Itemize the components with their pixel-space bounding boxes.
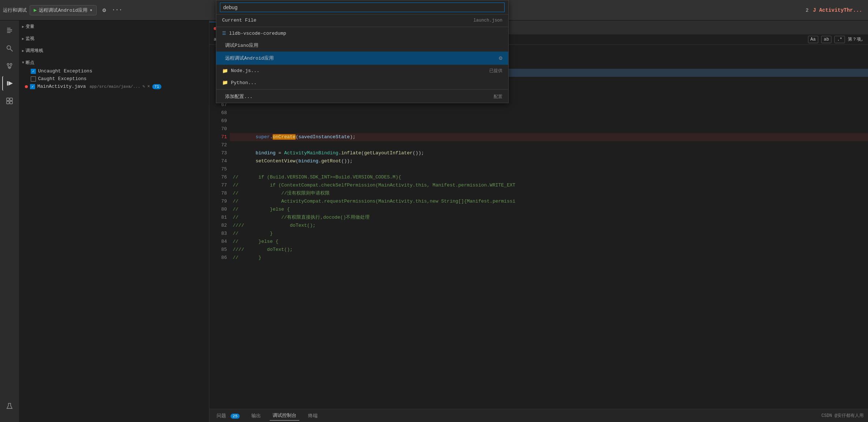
svg-rect-2 <box>7 31 12 31</box>
callstack-section: ▶ 调用堆栈 <box>19 45 209 57</box>
debug-search-input[interactable] <box>220 3 505 12</box>
activity-icon-flask[interactable] <box>2 399 17 413</box>
breakpoints-header[interactable]: ▼ 断点 <box>19 58 209 67</box>
line-number: 81 <box>209 214 227 222</box>
activity-bar <box>0 20 19 422</box>
code-line: // //没有权限则申请权限 <box>230 189 868 197</box>
callstack-label: 调用堆栈 <box>26 48 43 54</box>
svg-point-6 <box>7 64 9 65</box>
activity-icon-search[interactable] <box>2 41 17 56</box>
current-file-label: Current File <box>222 18 474 23</box>
caught-label: Caught Exceptions <box>38 76 87 82</box>
watch-header[interactable]: ▶ 监视 <box>19 34 209 43</box>
search-dropdown[interactable]: Current File launch.json ☰ lldb-vscode-c… <box>216 0 509 103</box>
close-icon[interactable]: × <box>147 84 150 89</box>
callstack-header[interactable]: ▶ 调用堆栈 <box>19 46 209 55</box>
collapse-icon: ▶ <box>22 25 24 29</box>
editor-tools: Aa ab .* 第？项, <box>808 36 864 43</box>
nodejs-label: Node.js... <box>231 68 489 74</box>
problems-badge: 25 <box>231 414 240 419</box>
line-number: 85 <box>209 246 227 254</box>
variables-label: 变量 <box>26 23 34 30</box>
tab-output[interactable]: 输出 <box>248 411 264 421</box>
code-line: // } <box>230 230 868 238</box>
line-number: 82 <box>209 222 227 230</box>
tab-terminal[interactable]: 终端 <box>305 411 321 421</box>
code-line <box>230 117 868 125</box>
add-right: 配置 <box>494 94 502 100</box>
dropdown-divider-1 <box>216 27 508 27</box>
android-label: 远程调试Android应用 <box>225 55 499 61</box>
collapse-icon: ▶ <box>22 37 24 41</box>
caught-checkbox[interactable] <box>31 76 36 82</box>
code-line: // if (ContextCompat.checkSelfPermission… <box>230 181 868 189</box>
code-line: // if (Build.VERSION.SDK_INT>=Build.VERS… <box>230 173 868 181</box>
activity-icon-extensions[interactable] <box>2 94 17 108</box>
line-number: 83 <box>209 230 227 238</box>
case-sensitive-btn[interactable]: Aa <box>808 36 818 43</box>
line-number: 84 <box>209 238 227 246</box>
dropdown-item-python[interactable]: 📁 Python... <box>216 77 508 88</box>
dropdown-item-piano[interactable]: 调试Piano应用 <box>216 39 508 52</box>
more-icon[interactable]: ··· <box>111 6 124 15</box>
svg-rect-3 <box>7 32 11 33</box>
line-number: 75 <box>209 165 227 173</box>
code-line: //// doText(); <box>230 222 868 230</box>
line-number: 71 <box>209 133 227 141</box>
code-line: // }else { <box>230 238 868 246</box>
code-line: // } <box>230 254 868 262</box>
run-config-button[interactable]: ▶ 远程调试Android应用 ▾ <box>30 5 97 15</box>
uncaught-exceptions-item[interactable]: ✓ Uncaught Exceptions <box>19 67 209 75</box>
chevron-down-icon: ▾ <box>90 7 93 13</box>
nodejs-right: 已提供 <box>489 68 502 74</box>
code-line: // ActivityCompat.requestPermissions(Mai… <box>230 197 868 206</box>
search-input-row <box>216 0 508 15</box>
regex-btn[interactable]: .* <box>834 36 845 43</box>
tab-problems[interactable]: 问题 25 <box>214 411 243 421</box>
activity-icon-files[interactable] <box>2 23 17 38</box>
file-checkbox[interactable]: ✓ <box>30 84 35 89</box>
code-line: // }else { <box>230 206 868 214</box>
code-line: super.onCreate(savedInstanceState); <box>230 133 868 141</box>
line-number: 77 <box>209 181 227 189</box>
line-number: 86 <box>209 254 227 262</box>
variables-header[interactable]: ▶ 变量 <box>19 22 209 31</box>
code-line: // //有权限直接执行,docode()不用做处理 <box>230 214 868 222</box>
word-btn[interactable]: ab <box>821 36 831 43</box>
line-number: 74 <box>209 157 227 165</box>
piano-label: 调试Piano应用 <box>225 42 502 49</box>
current-file-right: launch.json <box>474 18 502 23</box>
activity-icon-run[interactable] <box>2 76 17 91</box>
dropdown-item-add-config[interactable]: 添加配置... 配置 <box>216 90 508 103</box>
python-folder-icon: 📁 <box>222 80 228 86</box>
caught-exceptions-item[interactable]: Caught Exceptions <box>19 75 209 83</box>
code-line <box>230 141 868 149</box>
svg-rect-13 <box>7 98 9 101</box>
dropdown-item-lldb[interactable]: ☰ lldb-vscode-coredump <box>216 28 508 39</box>
collapse-icon: ▼ <box>22 61 24 65</box>
line-number: 72 <box>209 141 227 149</box>
watch-section: ▶ 监视 <box>19 33 209 45</box>
tab-debug-console[interactable]: 调试控制台 <box>270 411 299 421</box>
svg-rect-16 <box>10 101 12 104</box>
uncaught-label: Uncaught Exceptions <box>38 68 92 74</box>
collapse-icon: ▶ <box>22 49 24 53</box>
activity-icon-git[interactable] <box>2 59 17 73</box>
dropdown-item-nodejs[interactable]: 📁 Node.js... 已提供 <box>216 65 508 77</box>
dropdown-item-android[interactable]: 远程调试Android应用 ⚙ <box>216 52 508 65</box>
breakpoints-section: ▼ 断点 ✓ Uncaught Exceptions Caught Except… <box>19 57 209 92</box>
line-number: 69 <box>209 117 227 125</box>
uncaught-checkbox[interactable]: ✓ <box>31 69 36 74</box>
python-label: Python... <box>231 80 502 86</box>
svg-rect-1 <box>7 29 12 30</box>
android-gear-icon[interactable]: ⚙ <box>499 54 502 62</box>
add-label: 添加配置... <box>225 93 494 100</box>
file-name: MainActivity.java <box>37 84 86 89</box>
breakpoint-file-item[interactable]: ✓ MainActivity.java app/src/main/java/..… <box>19 83 209 90</box>
tab-number: 2 <box>806 8 809 13</box>
gear-icon[interactable]: ⚙ <box>101 6 108 15</box>
code-line: setContentView(binding.getRoot()); <box>230 157 868 165</box>
line-number: 78 <box>209 189 227 197</box>
activity-thread-label[interactable]: J ActivityThr... <box>813 7 862 13</box>
line-number: 76 <box>209 173 227 181</box>
